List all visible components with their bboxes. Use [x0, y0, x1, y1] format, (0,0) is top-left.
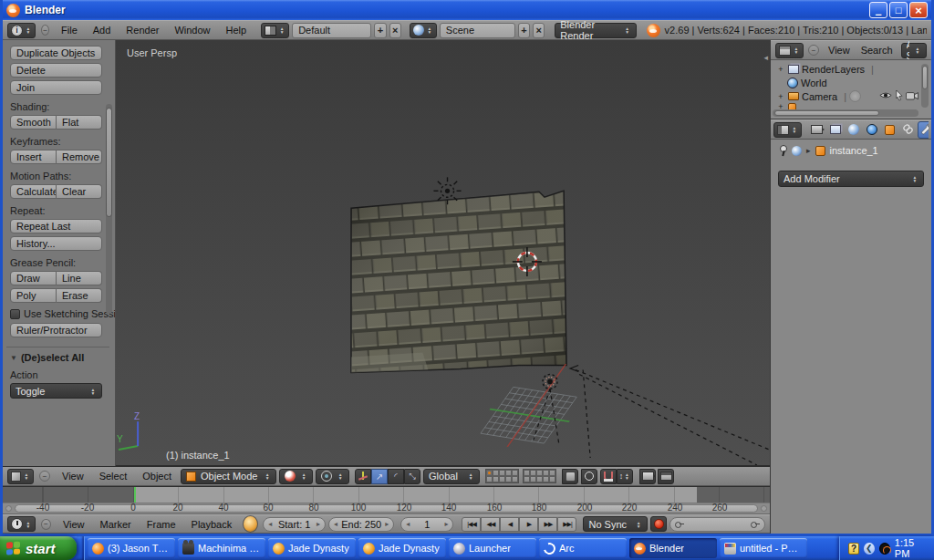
- remove-keyframe-button[interactable]: Remove: [57, 150, 102, 164]
- play-button[interactable]: [519, 517, 538, 532]
- taskbar-item-blender[interactable]: Blender: [629, 538, 717, 558]
- breadcrumb-scene-icon[interactable]: [792, 146, 802, 156]
- outliner-item-world[interactable]: World: [776, 76, 918, 89]
- flat-button[interactable]: Flat: [57, 115, 102, 130]
- sync-dropdown[interactable]: No Sync: [583, 516, 648, 532]
- decrement-arrow-icon[interactable]: [268, 520, 272, 528]
- gp-erase-button[interactable]: Erase: [57, 288, 102, 303]
- timeline-collapse-menus-icon[interactable]: [41, 519, 51, 530]
- rotate-manipulator-toggle[interactable]: [388, 469, 404, 484]
- view3d-menu-select[interactable]: Select: [93, 471, 134, 482]
- expand-icon[interactable]: [776, 92, 785, 101]
- increment-arrow-icon[interactable]: [444, 520, 448, 528]
- outliner-horizontal-scrollbar[interactable]: [773, 109, 918, 117]
- gp-line-button[interactable]: Line: [57, 271, 102, 285]
- scale-manipulator-toggle[interactable]: [404, 469, 420, 484]
- next-keyframe-button[interactable]: [538, 517, 557, 532]
- decrement-arrow-icon[interactable]: [334, 520, 337, 528]
- taskbar-item-machinima[interactable]: Machinima Stu...: [178, 538, 265, 558]
- timeline-menu-marker[interactable]: Marker: [94, 519, 138, 530]
- view3d-editor-type-button[interactable]: [7, 469, 34, 484]
- insert-keyframe-button[interactable]: Insert: [10, 150, 57, 164]
- gp-poly-button[interactable]: Poly: [10, 288, 57, 303]
- renderable-camera-icon[interactable]: [906, 90, 918, 102]
- screen-layout-browse-button[interactable]: [261, 23, 289, 38]
- maximize-button[interactable]: [889, 2, 908, 18]
- properties-editor-type-button[interactable]: [773, 122, 802, 138]
- pin-icon[interactable]: [778, 145, 787, 156]
- taskbar-item-jade-dynasty-1[interactable]: Jade Dynasty: [268, 538, 356, 558]
- help-tray-icon[interactable]: [848, 543, 859, 555]
- opengl-render-anim-button[interactable]: [658, 469, 674, 484]
- view3d-menu-view[interactable]: View: [56, 471, 90, 482]
- start-button[interactable]: start: [0, 536, 77, 560]
- pivot-point-dropdown[interactable]: [316, 469, 349, 484]
- scene-browse-button[interactable]: [410, 23, 437, 38]
- taskbar-item-launcher[interactable]: Launcher: [449, 538, 536, 558]
- menu-render[interactable]: Render: [119, 25, 165, 36]
- outliner-collapse-menus-icon[interactable]: [808, 45, 819, 56]
- lock-to-scene-toggle[interactable]: [562, 469, 578, 484]
- scene-add-button[interactable]: [518, 23, 530, 38]
- outliner-item-renderlayers[interactable]: RenderLayers |: [776, 62, 918, 76]
- outliner-display-dropdown[interactable]: All Scenes: [901, 43, 927, 58]
- tab-render-layers[interactable]: [826, 121, 844, 139]
- scene-field[interactable]: Scene: [440, 23, 515, 38]
- timeline-scroll-thumb[interactable]: [15, 504, 758, 513]
- tab-scene[interactable]: [845, 121, 862, 139]
- add-modifier-dropdown[interactable]: Add Modifier: [778, 171, 924, 187]
- collapse-menus-icon[interactable]: [41, 25, 49, 36]
- tab-modifiers[interactable]: [918, 121, 929, 139]
- outliner-menu-search[interactable]: Search: [856, 45, 898, 56]
- repeat-last-button[interactable]: Repeat Last: [10, 219, 102, 233]
- smooth-button[interactable]: Smooth: [10, 115, 57, 130]
- current-frame-field[interactable]: 1: [400, 517, 453, 532]
- prev-keyframe-button[interactable]: [481, 517, 500, 532]
- timeline-scrollbar[interactable]: -40 -20 0 20 40 60 80 100 120 140 160 18…: [3, 503, 770, 514]
- view3d-menu-object[interactable]: Object: [136, 471, 178, 482]
- breadcrumb-object-icon[interactable]: [815, 146, 825, 156]
- outliner-menu-view[interactable]: View: [824, 45, 855, 56]
- taskbar-item-paint[interactable]: untitled - Paint: [720, 538, 807, 558]
- editor-type-button[interactable]: [7, 23, 36, 38]
- view3d-collapse-menus-icon[interactable]: [39, 471, 50, 482]
- screen-layout-field[interactable]: Default: [292, 23, 371, 38]
- timeline-track[interactable]: [3, 486, 770, 503]
- duplicate-objects-button[interactable]: Duplicate Objects: [10, 46, 102, 60]
- snap-toggle[interactable]: [600, 469, 617, 484]
- outliner-editor-type-button[interactable]: [775, 43, 804, 58]
- clear-button[interactable]: Clear: [57, 184, 102, 199]
- layout-delete-button[interactable]: [389, 23, 401, 38]
- mode-dropdown[interactable]: Object Mode: [181, 469, 276, 484]
- scene-delete-button[interactable]: [533, 23, 545, 38]
- layers-widget[interactable]: [485, 469, 556, 483]
- end-frame-field[interactable]: End: 250: [328, 517, 394, 532]
- sketching-session-checkbox[interactable]: [10, 309, 20, 319]
- window-titlebar[interactable]: Blender: [3, 0, 931, 20]
- increment-arrow-icon[interactable]: [317, 520, 320, 528]
- snap-element-dropdown[interactable]: [617, 469, 633, 484]
- expand-icon[interactable]: [776, 65, 785, 74]
- manipulator-toggle[interactable]: [355, 469, 371, 484]
- outliner-vertical-scrollbar[interactable]: [921, 64, 929, 108]
- menu-window[interactable]: Window: [168, 25, 216, 36]
- ruler-protractor-button[interactable]: Ruler/Protractor: [10, 323, 102, 337]
- proportional-edit-dropdown[interactable]: [581, 469, 597, 484]
- start-frame-field[interactable]: Start: 1: [263, 517, 326, 532]
- current-frame-marker[interactable]: [134, 487, 136, 503]
- delete-button[interactable]: Delete: [10, 63, 102, 78]
- menu-file[interactable]: File: [55, 25, 84, 36]
- region-collapse-arrow-icon[interactable]: [763, 53, 768, 62]
- history-button[interactable]: History...: [10, 236, 102, 251]
- timeline-menu-view[interactable]: View: [57, 519, 91, 530]
- tab-constraints[interactable]: [899, 121, 917, 139]
- jump-to-end-button[interactable]: [557, 517, 576, 532]
- jump-to-start-button[interactable]: [462, 517, 481, 532]
- increment-arrow-icon[interactable]: [385, 520, 389, 528]
- record-button[interactable]: [650, 516, 667, 532]
- tab-object[interactable]: [881, 121, 898, 139]
- tray-app-icon[interactable]: [879, 543, 890, 555]
- timeline-editor-type-button[interactable]: [7, 516, 36, 532]
- tool-shelf-scrollbar[interactable]: [106, 104, 112, 314]
- deselect-all-panel-header[interactable]: (De)select All: [10, 352, 102, 363]
